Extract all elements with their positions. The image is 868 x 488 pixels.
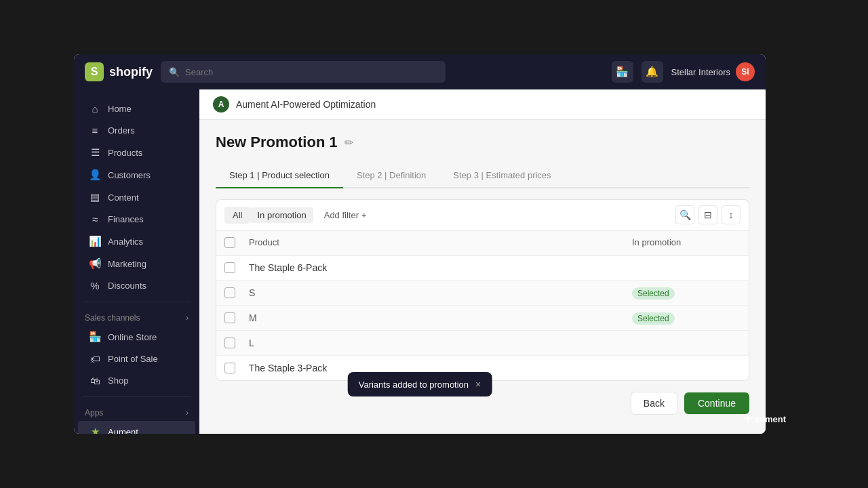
checkbox-row1[interactable] — [224, 262, 235, 273]
sidebar-item-aument[interactable]: ★ Aument — [78, 421, 195, 434]
aument-header: A Aument AI-Powered Optimization — [199, 89, 766, 120]
row-checkbox[interactable] — [224, 338, 249, 348]
page-title-row: New Promotion 1 ✏ — [216, 134, 749, 151]
aument-icon: ★ — [89, 426, 101, 434]
row-checkbox[interactable] — [224, 363, 249, 373]
variant-name: S — [249, 287, 632, 298]
sidebar-item-label: Shop — [108, 375, 128, 386]
sidebar-divider-2 — [82, 396, 191, 397]
header-product: Product — [249, 237, 632, 248]
analytics-icon: 📊 — [89, 235, 101, 247]
checkbox-row5[interactable] — [224, 363, 235, 373]
select-all-checkbox[interactable] — [224, 237, 235, 248]
sidebar-item-products[interactable]: ☰ Products — [78, 142, 195, 163]
top-bar: S shopify 🔍 🏪 🔔 Stellar Interiors SI — [74, 54, 766, 89]
search-filter-button[interactable]: 🔍 — [675, 205, 694, 224]
main-layout: ⌂ Home ≡ Orders ☰ Products 👤 Customers ▤ — [74, 89, 766, 434]
aument-footer-text: aument — [755, 414, 786, 424]
sidebar-item-label: Online Store — [108, 332, 157, 342]
filter-bar: All In promotion Add filter + 🔍 ⊟ ↕ — [216, 199, 749, 230]
sort-button[interactable]: ↕ — [722, 205, 741, 224]
sidebar-item-label: Customers — [108, 170, 151, 180]
sidebar-item-label: Finances — [108, 214, 144, 224]
aument-header-title: Aument AI-Powered Optimization — [236, 99, 376, 110]
sidebar-item-label: Home — [108, 104, 132, 114]
checkbox-row3[interactable] — [224, 312, 235, 323]
filter-tab-all[interactable]: All — [224, 207, 250, 224]
search-bar[interactable]: 🔍 — [161, 61, 446, 83]
sidebar-item-finances[interactable]: ≈ Finances — [78, 209, 195, 230]
checkbox-row2[interactable] — [224, 287, 235, 298]
continue-button[interactable]: Continue — [684, 392, 749, 414]
sidebar-item-content[interactable]: ▤ Content — [78, 186, 195, 208]
sidebar-item-label: Analytics — [108, 237, 143, 247]
search-icon: 🔍 — [169, 67, 180, 77]
sales-channels-section: Sales channels › — [74, 309, 199, 325]
table-row: L — [216, 331, 749, 356]
finances-icon: ≈ — [89, 214, 101, 225]
variant-name: M — [249, 312, 632, 323]
toast-notification: Variants added to promotion × — [348, 372, 492, 396]
step-3[interactable]: Step 3 | Estimated prices — [439, 163, 564, 187]
notification-bell-button[interactable]: 🔔 — [642, 61, 663, 83]
apps-label[interactable]: Apps › — [85, 408, 189, 418]
apps-section: Apps › — [74, 404, 199, 420]
sidebar-item-customers[interactable]: 👤 Customers — [78, 164, 195, 186]
shopify-logo: S shopify — [85, 62, 153, 81]
add-filter-button[interactable]: Add filter + — [319, 207, 372, 223]
search-input[interactable] — [185, 67, 437, 77]
header-in-promotion: In promotion — [632, 237, 741, 248]
right-panel: ✦ aument — [766, 54, 794, 434]
online-store-icon: 🏪 — [89, 331, 101, 343]
sales-channels-label[interactable]: Sales channels › — [85, 313, 189, 323]
sidebar-item-analytics[interactable]: 📊 Analytics — [78, 230, 195, 252]
sidebar-item-orders[interactable]: ≡ Orders — [78, 120, 195, 141]
user-info[interactable]: Stellar Interiors SI — [671, 62, 755, 81]
sidebar-item-label: Discounts — [108, 281, 146, 291]
sidebar-item-label: Orders — [108, 125, 135, 136]
aument-footer-logo: ✦ aument — [743, 413, 786, 426]
user-name: Stellar Interiors — [671, 67, 730, 77]
toast-message: Variants added to promotion — [359, 380, 469, 390]
aument-star-icon: ✦ — [743, 413, 752, 426]
shopify-icon: S — [85, 62, 104, 81]
pos-icon: 🏷 — [89, 353, 101, 365]
customers-icon: 👤 — [89, 169, 101, 181]
edit-title-icon[interactable]: ✏ — [344, 136, 353, 149]
filter-bar-right: 🔍 ⊟ ↕ — [675, 205, 741, 224]
step-2[interactable]: Step 2 | Definition — [343, 163, 439, 187]
plus-icon: + — [361, 210, 367, 220]
sidebar-item-label: Products — [108, 148, 142, 158]
sidebar-item-online-store[interactable]: 🏪 Online Store — [78, 326, 195, 348]
sidebar-item-home[interactable]: ⌂ Home — [78, 98, 195, 119]
avatar: SI — [736, 62, 755, 81]
content-area: A Aument AI-Powered Optimization New Pro… — [199, 89, 766, 434]
sidebar: ⌂ Home ≡ Orders ☰ Products 👤 Customers ▤ — [74, 89, 199, 434]
orders-icon: ≡ — [89, 125, 101, 136]
product-name: The Staple 6-Pack — [249, 262, 632, 273]
sidebar-item-marketing[interactable]: 📢 Marketing — [78, 253, 195, 274]
back-button[interactable]: Back — [631, 392, 677, 415]
products-icon: ☰ — [89, 146, 101, 159]
variant-name: L — [249, 338, 632, 348]
sidebar-item-label: Point of Sale — [108, 354, 158, 364]
row-checkbox[interactable] — [224, 287, 249, 298]
sidebar-item-shop[interactable]: 🛍 Shop — [78, 370, 195, 391]
in-promotion-cell: Selected — [632, 312, 741, 323]
sidebar-item-label: Marketing — [108, 259, 146, 269]
content-icon: ▤ — [89, 191, 101, 203]
row-checkbox[interactable] — [224, 262, 249, 273]
sidebar-item-discounts[interactable]: % Discounts — [78, 275, 195, 296]
page-title: New Promotion 1 — [216, 134, 338, 151]
table-header: Product In promotion — [216, 230, 749, 256]
filter-options-button[interactable]: ⊟ — [698, 205, 717, 224]
store-icon-button[interactable]: 🏪 — [612, 61, 633, 83]
step-1[interactable]: Step 1 | Product selection — [216, 163, 343, 187]
checkbox-row4[interactable] — [224, 338, 235, 348]
row-checkbox[interactable] — [224, 312, 249, 323]
header-select — [224, 237, 249, 248]
filter-tag-in-promotion[interactable]: In promotion — [250, 207, 313, 223]
sidebar-item-pos[interactable]: 🏷 Point of Sale — [78, 348, 195, 369]
top-bar-right: 🏪 🔔 Stellar Interiors SI — [612, 61, 755, 83]
toast-close-button[interactable]: × — [475, 379, 481, 390]
